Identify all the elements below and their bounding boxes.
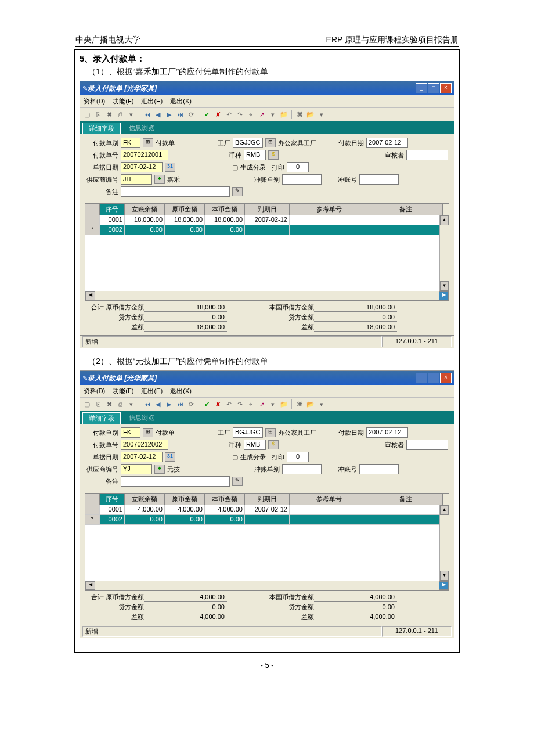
close-button[interactable]: × <box>440 373 452 383</box>
field-supplier[interactable]: YJ <box>121 464 152 474</box>
scroll-left-icon[interactable]: ◀ <box>85 291 95 300</box>
col-due[interactable]: 到期日 <box>245 204 290 215</box>
dropdown2-icon[interactable]: ▾ <box>268 110 277 119</box>
open-icon[interactable]: 📂 <box>306 399 315 409</box>
vertical-scrollbar[interactable]: ▲▼ <box>439 505 449 581</box>
remark-edit-icon[interactable]: ✎ <box>232 187 243 196</box>
dropdown-icon[interactable]: ▾ <box>127 399 136 409</box>
field-docdate[interactable]: 2007-02-12 <box>121 452 163 462</box>
menu-export[interactable]: 汇出(E) <box>141 98 163 105</box>
undo-icon[interactable]: ↶ <box>224 110 233 119</box>
confirm-icon[interactable]: ✔ <box>202 110 211 119</box>
col-marker[interactable] <box>85 494 100 505</box>
col-note[interactable]: 备注 <box>369 494 443 505</box>
currency-icon[interactable]: $ <box>268 150 279 160</box>
confirm-icon[interactable]: ✔ <box>202 399 211 409</box>
maximize-button[interactable]: □ <box>428 83 439 93</box>
table-row[interactable]: * 0002 0.00 0.00 0.00 <box>85 225 449 235</box>
print-icon[interactable]: ⎙ <box>116 110 125 119</box>
tab-info[interactable]: 信息浏览 <box>123 412 160 424</box>
table-row[interactable]: * 0002 0.00 0.00 0.00 <box>85 515 449 525</box>
field-remark[interactable] <box>121 476 230 487</box>
col-seq[interactable]: 序号 <box>100 494 125 505</box>
field-supplier[interactable]: JH <box>121 174 152 185</box>
field-factory[interactable]: BGJJGC <box>233 427 263 438</box>
copy-icon[interactable]: ⎘ <box>93 399 103 409</box>
menu-data[interactable]: 资料(D) <box>84 387 105 394</box>
currency-icon[interactable]: $ <box>268 440 279 449</box>
scroll-left-icon[interactable]: ◀ <box>85 581 95 590</box>
prev-icon[interactable]: ◀ <box>153 110 163 119</box>
col-base[interactable]: 本币金额 <box>205 494 245 505</box>
menu-function[interactable]: 功能(F) <box>113 387 134 394</box>
calc-icon[interactable]: ⌘ <box>295 110 304 119</box>
cancel-icon[interactable]: ✘ <box>213 399 222 409</box>
col-base[interactable]: 本币金额 <box>205 204 245 215</box>
col-note[interactable]: 备注 <box>369 204 443 215</box>
folder-icon[interactable]: 📁 <box>279 399 288 409</box>
checkbox-gen[interactable]: ▢ <box>232 164 238 171</box>
calendar-icon[interactable]: 31 <box>165 452 175 462</box>
field-paydate[interactable]: 2007-02-12 <box>366 427 408 438</box>
titlebar[interactable]: ✎ 录入付款单 [光华家具] _ □ × <box>80 81 454 95</box>
field-remark[interactable] <box>121 186 230 197</box>
calc-icon[interactable]: ⌘ <box>295 399 304 409</box>
menu-export[interactable]: 汇出(E) <box>141 387 163 394</box>
table-row[interactable]: 0001 4,000.00 4,000.00 4,000.00 2007-02-… <box>85 505 449 515</box>
last-icon[interactable]: ⏭ <box>175 110 185 119</box>
calendar-icon[interactable]: 31 <box>165 163 175 172</box>
field-no[interactable]: 20070212001 <box>121 150 168 160</box>
field-paydate[interactable]: 2007-02-12 <box>366 138 408 148</box>
horizontal-scrollbar[interactable]: ◀▶ <box>85 581 449 590</box>
scroll-up-icon[interactable]: ▲ <box>440 215 449 225</box>
filter-icon[interactable]: ⌖ <box>246 110 255 119</box>
field-docdate[interactable]: 2007-02-12 <box>121 162 163 172</box>
scroll-down-icon[interactable]: ▼ <box>440 571 449 581</box>
col-seq[interactable]: 序号 <box>100 204 125 215</box>
col-ref[interactable]: 参考单号 <box>290 494 369 505</box>
refresh-icon[interactable]: ⟳ <box>186 110 196 119</box>
prev-icon[interactable]: ◀ <box>153 399 163 409</box>
col-ref[interactable]: 参考单号 <box>290 204 369 215</box>
horizontal-scrollbar[interactable]: ◀▶ <box>85 291 449 300</box>
minimize-button[interactable]: _ <box>416 373 427 383</box>
new-icon[interactable]: ▢ <box>82 399 92 409</box>
col-orig[interactable]: 原币金额 <box>165 494 205 505</box>
lookup-supplier-icon[interactable]: ♣ <box>154 175 165 184</box>
grid-body[interactable]: 0001 4,000.00 4,000.00 4,000.00 2007-02-… <box>85 505 449 581</box>
next-icon[interactable]: ▶ <box>164 399 174 409</box>
field-no[interactable]: 20070212002 <box>121 440 168 450</box>
next-icon[interactable]: ▶ <box>164 110 174 119</box>
print-icon[interactable]: ⎙ <box>116 399 125 409</box>
col-bal[interactable]: 立账余额 <box>125 494 165 505</box>
close-button[interactable]: × <box>440 83 452 93</box>
menu-data[interactable]: 资料(D) <box>84 98 105 105</box>
first-icon[interactable]: ⏮ <box>142 110 151 119</box>
col-orig[interactable]: 原币金额 <box>165 204 205 215</box>
field-currency[interactable]: RMB <box>244 440 266 450</box>
tab-info[interactable]: 信息浏览 <box>123 123 160 134</box>
lookup-type-icon[interactable]: ⊞ <box>143 138 153 147</box>
scroll-up-icon[interactable]: ▲ <box>440 505 449 515</box>
menu-exit[interactable]: 退出(X) <box>170 98 192 105</box>
scroll-right-icon[interactable]: ▶ <box>439 291 449 300</box>
first-icon[interactable]: ⏮ <box>142 399 151 409</box>
send-icon[interactable]: ➚ <box>257 399 266 409</box>
field-offsettype[interactable] <box>282 464 322 474</box>
col-due[interactable]: 到期日 <box>245 494 290 505</box>
vertical-scrollbar[interactable]: ▲▼ <box>439 215 449 291</box>
scroll-down-icon[interactable]: ▼ <box>440 281 449 291</box>
scroll-right-icon[interactable]: ▶ <box>439 581 449 590</box>
col-marker[interactable] <box>85 204 100 215</box>
dropdown3-icon[interactable]: ▾ <box>317 110 326 119</box>
grid-body[interactable]: 0001 18,000.00 18,000.00 18,000.00 2007-… <box>85 215 449 291</box>
undo-icon[interactable]: ↶ <box>224 399 233 409</box>
tab-detail[interactable]: 详细字段 <box>82 123 121 134</box>
tab-detail[interactable]: 详细字段 <box>82 412 121 424</box>
menu-exit[interactable]: 退出(X) <box>170 387 192 394</box>
maximize-button[interactable]: □ <box>428 373 439 383</box>
send-icon[interactable]: ➚ <box>257 110 266 119</box>
col-bal[interactable]: 立账余额 <box>125 204 165 215</box>
refresh-icon[interactable]: ⟳ <box>186 399 196 409</box>
field-factory[interactable]: BGJJGC <box>233 138 263 148</box>
